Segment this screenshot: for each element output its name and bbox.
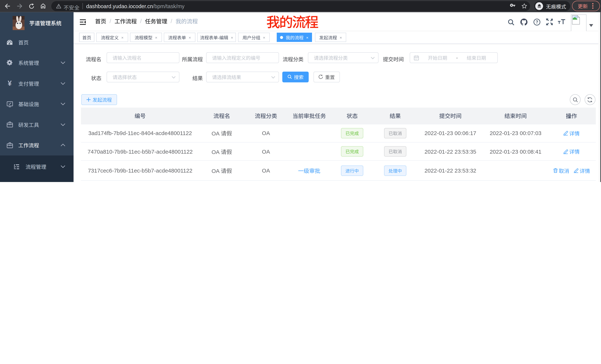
svg-text:?: ? [535, 19, 538, 24]
